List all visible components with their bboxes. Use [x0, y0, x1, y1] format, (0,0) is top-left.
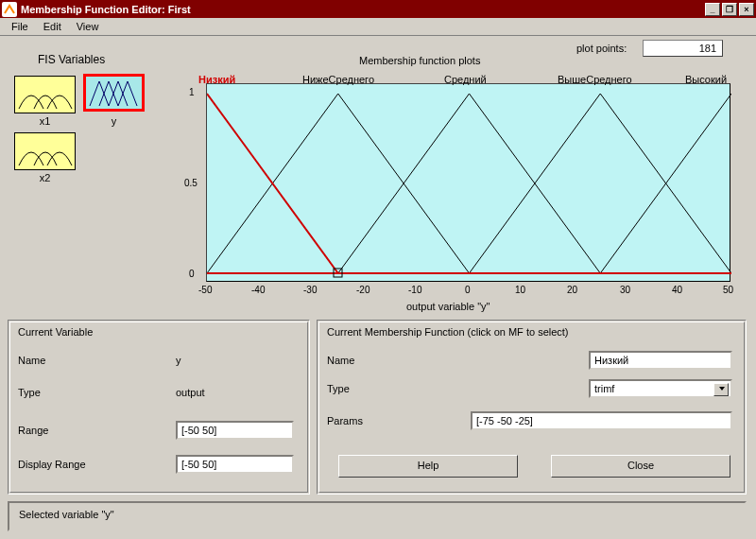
curmf-type-value: trimf	[594, 383, 614, 394]
minimize-button[interactable]: _	[705, 3, 720, 16]
close-button[interactable]: Close	[551, 455, 730, 478]
mf-label-2[interactable]: Средний	[444, 74, 487, 85]
window-title: Membership Function Editor: First	[21, 4, 191, 15]
plot-xlabel: output variable "y"	[406, 301, 490, 312]
mf-label-1[interactable]: НижеСреднего	[302, 74, 374, 85]
fis-var-x1-label: x1	[14, 115, 76, 127]
chevron-down-icon	[719, 387, 725, 391]
curmf-name-input[interactable]: Низкий	[589, 351, 732, 370]
xtick-0: -50	[198, 285, 212, 295]
mf-label-4[interactable]: Высокий	[685, 74, 727, 85]
ytick-0: 0	[189, 269, 195, 279]
ytick-1: 0.5	[184, 178, 198, 188]
fis-var-x1[interactable]	[14, 76, 76, 113]
curvar-title: Current Variable	[18, 326, 93, 338]
current-mf-panel: Current Membership Function (click on MF…	[317, 320, 747, 495]
mf-label-0[interactable]: Низкий	[198, 74, 235, 85]
title-bar: Membership Function Editor: First _ ❐ ×	[0, 0, 756, 18]
xtick-2: -30	[303, 285, 317, 295]
curvar-range-input[interactable]: [-50 50]	[176, 421, 294, 440]
help-button[interactable]: Help	[338, 455, 518, 478]
curmf-type-dropdown[interactable]: trimf	[589, 379, 732, 398]
curmf-title: Current Membership Function (click on MF…	[327, 326, 569, 338]
status-bar: Selected variable "y"	[8, 501, 747, 531]
curvar-disprange-label: Display Range	[18, 459, 86, 470]
curmf-type-label: Type	[327, 383, 350, 394]
fis-var-x2-label: x2	[14, 172, 76, 183]
plot-points-label: plot points:	[576, 43, 627, 54]
xtick-5: 0	[465, 285, 471, 295]
xtick-9: 40	[672, 285, 682, 295]
maximize-button[interactable]: ❐	[722, 3, 737, 16]
mf-label-3[interactable]: ВышеСреднего	[558, 74, 632, 85]
xtick-10: 50	[723, 285, 733, 295]
fis-var-y[interactable]	[83, 74, 145, 112]
ytick-2: 1	[189, 87, 195, 97]
xtick-1: -40	[251, 285, 265, 295]
curmf-name-label: Name	[327, 355, 354, 366]
app-icon	[2, 2, 17, 17]
menu-view[interactable]: View	[69, 19, 107, 34]
plot-points-input[interactable]: 181	[643, 40, 723, 57]
plot-title: Membership function plots	[359, 55, 480, 66]
curvar-range-label: Range	[18, 425, 48, 436]
menu-edit[interactable]: Edit	[36, 19, 69, 34]
curvar-name-label: Name	[18, 355, 45, 366]
curvar-disprange-input[interactable]: [-50 50]	[176, 455, 294, 474]
fis-var-x2[interactable]	[14, 132, 76, 170]
xtick-4: -10	[408, 285, 421, 295]
xtick-8: 30	[620, 285, 630, 295]
xtick-3: -20	[356, 285, 369, 295]
curvar-type-value: output	[176, 387, 205, 398]
current-variable-panel: Current Variable Name y Type output Rang…	[8, 320, 310, 495]
curmf-params-input[interactable]: [-75 -50 -25]	[471, 411, 732, 430]
mf-plot-area[interactable]	[206, 83, 730, 282]
xtick-7: 20	[567, 285, 577, 295]
menu-file[interactable]: File	[4, 19, 36, 34]
fis-variables-title: FIS Variables	[38, 53, 105, 66]
close-window-button[interactable]: ×	[739, 3, 754, 16]
fis-var-y-label: y	[83, 115, 145, 127]
curvar-type-label: Type	[18, 387, 41, 398]
curmf-params-label: Params	[327, 415, 363, 426]
xtick-6: 10	[515, 285, 525, 295]
curvar-name-value: y	[176, 355, 181, 366]
menu-bar: File Edit View	[0, 18, 756, 36]
